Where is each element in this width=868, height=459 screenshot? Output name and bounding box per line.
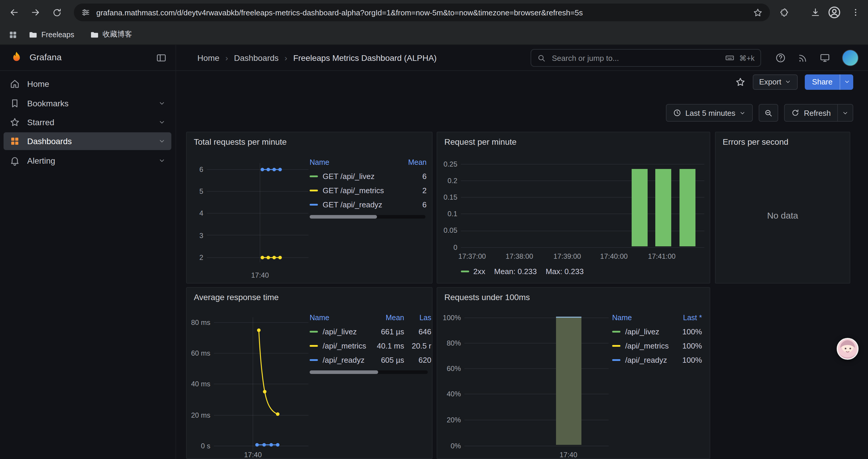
- time-range-picker[interactable]: Last 5 minutes: [666, 104, 753, 122]
- zoom-out-button[interactable]: [759, 104, 778, 122]
- series-last: 620: [404, 355, 431, 364]
- series-max-stat: Max: 0.233: [546, 267, 584, 276]
- browser-menu-button[interactable]: [848, 5, 863, 20]
- help-icon[interactable]: [775, 53, 786, 63]
- series-color-dash: [612, 345, 620, 347]
- line-chart[interactable]: [207, 163, 308, 265]
- search-input[interactable]: [551, 53, 720, 63]
- legend-col-last[interactable]: Las: [404, 314, 431, 322]
- series-color-dash: [612, 330, 620, 332]
- legend-col-name[interactable]: Name: [310, 314, 369, 322]
- panel-title[interactable]: Requests under 100ms: [444, 292, 530, 302]
- y-tick: 60%: [438, 364, 461, 373]
- legend-col-last[interactable]: Last *: [683, 314, 702, 322]
- chevron-down-icon[interactable]: [158, 119, 165, 126]
- scrollbar-thumb[interactable]: [310, 215, 377, 219]
- legend-row[interactable]: /api/_metrics 40.1 ms 20.5 r: [310, 338, 431, 353]
- search-shortcut: ⌘+k: [739, 54, 754, 62]
- legend-col-name[interactable]: Name: [612, 314, 632, 322]
- legend-row[interactable]: GET /api/_livez 6: [310, 169, 427, 183]
- line-chart[interactable]: [214, 317, 308, 454]
- floating-avatar[interactable]: [837, 338, 859, 360]
- bookmark-star-icon[interactable]: [753, 7, 763, 18]
- legend-scrollbar[interactable]: [310, 215, 426, 219]
- y-tick: 5: [190, 187, 203, 196]
- x-tick: 17:37:00: [453, 252, 491, 261]
- y-tick: 100%: [438, 314, 461, 322]
- export-button[interactable]: Export: [752, 74, 798, 90]
- sidebar-item-starred[interactable]: Starred: [4, 113, 172, 131]
- url-text[interactable]: grafana.mathmast.com/d/deytv4rwavabkb/fr…: [96, 8, 753, 17]
- bookmark-label: 收藏博客: [102, 30, 132, 40]
- y-tick: 3: [190, 232, 203, 240]
- breadcrumb-home[interactable]: Home: [197, 53, 219, 63]
- x-tick: 17:40:00: [595, 252, 633, 261]
- breadcrumb-dashboards[interactable]: Dashboards: [225, 53, 279, 63]
- refresh-interval-button[interactable]: [838, 104, 853, 122]
- apps-grid-icon[interactable]: [8, 30, 18, 39]
- dock-sidebar-icon[interactable]: [156, 53, 167, 63]
- monitor-icon[interactable]: [819, 53, 830, 63]
- legend-row[interactable]: GET /api/_metrics 2: [310, 183, 427, 197]
- legend-row[interactable]: /api/_metrics 100%: [612, 338, 702, 353]
- chevron-down-icon[interactable]: [158, 157, 165, 164]
- legend-scrollbar[interactable]: [310, 370, 428, 374]
- y-tick: 60 ms: [188, 349, 210, 357]
- panel-title[interactable]: Request per minute: [444, 137, 517, 146]
- bar-2xx[interactable]: [632, 169, 648, 246]
- refresh-button[interactable]: Refresh: [784, 104, 838, 122]
- share-button[interactable]: Share: [805, 74, 840, 90]
- news-rss-icon[interactable]: [798, 53, 808, 63]
- legend[interactable]: 2xx Mean: 0.233 Max: 0.233: [461, 267, 584, 276]
- sidebar-item-bookmarks[interactable]: Bookmarks: [4, 95, 172, 112]
- series-mean: 2: [423, 186, 427, 195]
- user-avatar[interactable]: [842, 50, 859, 66]
- forward-button[interactable]: [28, 5, 42, 20]
- header-icons: [775, 45, 859, 71]
- grafana-logo[interactable]: [9, 51, 24, 65]
- series-name: /api/_livez: [625, 327, 678, 336]
- legend-row[interactable]: /api/_livez 100%: [612, 324, 702, 338]
- sidebar-item-home[interactable]: Home: [4, 75, 172, 93]
- chevron-down-icon[interactable]: [158, 100, 165, 107]
- bookmark-folder-blogs[interactable]: 收藏博客: [85, 28, 137, 41]
- legend-row[interactable]: /api/_readyz 100%: [612, 353, 702, 367]
- bookmark-folder-freeleaps[interactable]: Freeleaps: [24, 28, 79, 41]
- bar-chart-grid[interactable]: [464, 317, 609, 448]
- panel-title[interactable]: Total requests per minute: [194, 137, 286, 146]
- series-mean-stat: Mean: 0.233: [494, 267, 537, 276]
- sidebar-item-dashboards[interactable]: Dashboards: [4, 132, 172, 150]
- legend-row[interactable]: /api/_livez 661 µs 646: [310, 324, 431, 338]
- bookmark-label: Freeleaps: [41, 30, 74, 39]
- favorite-star-icon[interactable]: [735, 76, 745, 87]
- scrollbar-thumb[interactable]: [310, 370, 378, 374]
- legend-col-mean[interactable]: Mean: [408, 158, 427, 167]
- legend-row[interactable]: GET /api/_readyz 6: [310, 197, 427, 211]
- panel-title[interactable]: Errors per second: [723, 137, 788, 146]
- bar-2xx[interactable]: [655, 169, 671, 246]
- chevron-down-icon[interactable]: [158, 138, 165, 145]
- extensions-button[interactable]: [776, 5, 790, 20]
- profile-avatar-icon: [827, 5, 841, 20]
- reload-button[interactable]: [50, 5, 64, 20]
- site-settings-icon[interactable]: [81, 8, 90, 17]
- refresh-button-group: Refresh: [784, 104, 853, 122]
- bar-under-100ms[interactable]: [556, 317, 582, 445]
- share-menu-button[interactable]: [840, 74, 853, 90]
- search-bar[interactable]: ⌘+k: [531, 49, 761, 67]
- legend-row[interactable]: /api/_readyz 605 µs 620: [310, 353, 431, 367]
- legend-col-mean[interactable]: Mean: [369, 314, 404, 322]
- legend-col-name[interactable]: Name: [310, 158, 330, 167]
- series-readyz: [260, 168, 282, 171]
- downloads-button[interactable]: [808, 5, 823, 20]
- bar-2xx[interactable]: [680, 169, 695, 246]
- sidebar-item-alerting[interactable]: Alerting: [4, 152, 172, 169]
- address-bar[interactable]: grafana.mathmast.com/d/deytv4rwavabkb/fr…: [74, 4, 770, 21]
- brand-title: Grafana: [30, 52, 61, 62]
- series-mean: 661 µs: [369, 327, 404, 336]
- browser-profile-button[interactable]: [827, 5, 841, 20]
- back-button[interactable]: [7, 5, 21, 20]
- refresh-label: Refresh: [804, 108, 831, 117]
- panel-title[interactable]: Average response time: [194, 292, 279, 302]
- sidebar-item-label: Starred: [27, 118, 54, 127]
